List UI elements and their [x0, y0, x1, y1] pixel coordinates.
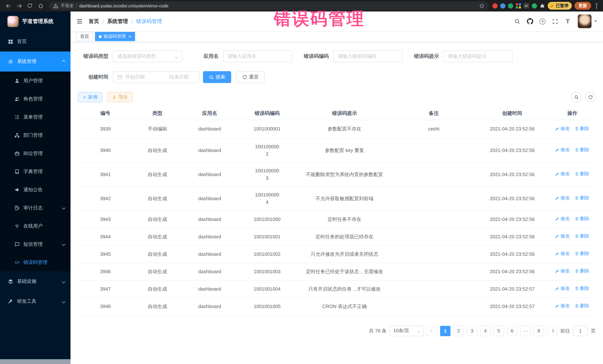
- edit-link[interactable]: 修改: [555, 268, 570, 275]
- delete-link[interactable]: 删除: [575, 303, 589, 310]
- delete-link[interactable]: 删除: [575, 125, 589, 132]
- user-menu[interactable]: [578, 14, 597, 28]
- sidebar-toggle-icon[interactable]: [76, 18, 83, 24]
- breadcrumb-home[interactable]: 首页: [89, 18, 99, 25]
- more-pages-button[interactable]: ···: [520, 326, 531, 336]
- extension-icon[interactable]: [500, 3, 505, 8]
- close-icon[interactable]: [128, 34, 131, 39]
- edit-link[interactable]: 修改: [555, 125, 570, 132]
- chrome-menu-icon[interactable]: [594, 2, 599, 10]
- fullscreen-button[interactable]: [549, 11, 561, 31]
- bookmark-star-icon[interactable]: [479, 3, 485, 9]
- edit-link[interactable]: 修改: [555, 147, 570, 154]
- delete-link[interactable]: 删除: [575, 268, 589, 275]
- reload-button[interactable]: [25, 1, 35, 10]
- tab-home[interactable]: 首页: [76, 32, 93, 41]
- sidebar-item-audit-log[interactable]: 审计日志: [0, 199, 70, 217]
- tab-error-code[interactable]: 错误码管理: [95, 32, 135, 41]
- sidebar-item-system[interactable]: 系统管理: [0, 52, 70, 72]
- delete-link[interactable]: 删除: [575, 233, 589, 240]
- app-logo[interactable]: 芋道管理系统: [0, 11, 70, 32]
- back-button[interactable]: [4, 1, 13, 10]
- page-button-6[interactable]: 6: [507, 326, 517, 336]
- edit-link[interactable]: 修改: [555, 303, 570, 310]
- delete-label: 删除: [580, 233, 589, 240]
- profile-paused-badge[interactable]: 已暂停: [547, 2, 572, 10]
- page-button-8[interactable]: 8: [533, 326, 544, 336]
- goto-page-input[interactable]: 1: [573, 326, 588, 336]
- cell-time: 2021-04-20 23:52:56: [475, 162, 549, 187]
- sidebar-item-online-users[interactable]: 在线用户: [0, 217, 70, 235]
- delete-link[interactable]: 删除: [575, 250, 589, 257]
- sidebar-item-error-code-mgmt[interactable]: 错误码管理: [0, 253, 70, 271]
- home-button[interactable]: [36, 1, 45, 10]
- extension-icon[interactable]: [523, 3, 529, 9]
- delete-label: 删除: [580, 268, 589, 275]
- search-button[interactable]: 搜索: [203, 71, 231, 83]
- error-code-input[interactable]: 请输入错误码编码: [333, 50, 403, 62]
- sidebar-item-role-mgmt[interactable]: 角色管理: [0, 90, 70, 108]
- page-button-1[interactable]: 1: [440, 326, 451, 336]
- delete-link[interactable]: 删除: [575, 147, 589, 154]
- breadcrumb-system[interactable]: 系统管理: [107, 18, 128, 25]
- sidebar-item-user-mgmt[interactable]: 用户管理: [0, 72, 70, 90]
- extension-icon[interactable]: [516, 3, 521, 8]
- cell-app: dashboard: [182, 228, 237, 245]
- edit-link[interactable]: 修改: [555, 233, 570, 240]
- delete-link[interactable]: 删除: [575, 216, 589, 223]
- forward-button[interactable]: [14, 1, 24, 10]
- error-msg-input[interactable]: 请输入错误码提示: [443, 50, 513, 62]
- delete-link[interactable]: 删除: [575, 285, 589, 292]
- sidebar-collapse-bar[interactable]: [0, 359, 70, 364]
- create-time-range-picker[interactable]: 开始日期 - 结束日期: [113, 71, 199, 83]
- extension-icon[interactable]: [532, 3, 537, 8]
- error-type-select[interactable]: 请选择错误码类型: [113, 50, 182, 62]
- table-row: 3947 自动生成 dashboard 1001001004 只有开启状态的任务…: [78, 280, 596, 298]
- address-bar[interactable]: 不安全 dashboard.yudao.iocoder.cn/system/er…: [49, 1, 488, 10]
- sidebar-item-dept-mgmt[interactable]: 部门管理: [0, 126, 70, 144]
- prev-page-button[interactable]: [427, 326, 437, 336]
- extension-icon[interactable]: [508, 3, 513, 8]
- github-link[interactable]: [524, 11, 536, 31]
- sidebar-item-infra[interactable]: 基础设施: [0, 271, 70, 291]
- tab-label: 错误码管理: [104, 33, 126, 40]
- code-brackets-icon: [14, 260, 20, 265]
- next-page-button[interactable]: [547, 326, 557, 336]
- toggle-search-button[interactable]: [571, 92, 581, 102]
- sidebar-item-post-mgmt[interactable]: 岗位管理: [0, 144, 70, 162]
- sidebar-item-notice[interactable]: 通知公告: [0, 180, 70, 199]
- delete-link[interactable]: 删除: [575, 195, 589, 202]
- export-button[interactable]: 导出: [107, 92, 133, 102]
- edit-link[interactable]: 修改: [555, 285, 570, 292]
- page-button-4[interactable]: 4: [480, 326, 491, 336]
- help-button[interactable]: [536, 11, 549, 31]
- refresh-table-button[interactable]: [585, 92, 596, 102]
- sidebar-item-dict-mgmt[interactable]: 字典管理: [0, 162, 70, 180]
- extensions-puzzle-icon[interactable]: [539, 3, 545, 9]
- app-name-input[interactable]: 请输入应用名: [223, 50, 292, 62]
- reset-button[interactable]: 重置: [236, 71, 265, 83]
- font-size-button[interactable]: [561, 11, 574, 31]
- trash-icon: [575, 172, 579, 176]
- cell-type: 自动生成: [133, 162, 182, 187]
- update-button-label: 更新: [579, 3, 587, 9]
- sidebar-item-home[interactable]: 首页: [0, 32, 70, 52]
- cell-code: 1001001001: [237, 228, 297, 245]
- page-button-2[interactable]: 2: [453, 326, 464, 336]
- edit-link[interactable]: 修改: [555, 171, 570, 178]
- page-button-5[interactable]: 5: [494, 326, 504, 336]
- sidebar-item-label: 系统管理: [17, 58, 36, 65]
- sidebar-item-menu-mgmt[interactable]: 菜单管理: [0, 108, 70, 126]
- edit-link[interactable]: 修改: [555, 195, 570, 202]
- sidebar-item-sms-mgmt[interactable]: 短信管理: [0, 235, 70, 253]
- page-button-3[interactable]: 3: [467, 326, 477, 336]
- browser-update-button[interactable]: 更新: [574, 2, 591, 10]
- delete-link[interactable]: 删除: [575, 171, 589, 178]
- extension-icon[interactable]: [492, 3, 498, 8]
- add-button[interactable]: 新增: [78, 92, 103, 102]
- edit-link[interactable]: 修改: [555, 250, 570, 257]
- sidebar-item-devtools[interactable]: 研发工具: [0, 291, 70, 311]
- header-search-button[interactable]: [511, 11, 524, 31]
- page-size-select[interactable]: 10条/页: [390, 326, 424, 336]
- edit-link[interactable]: 修改: [555, 216, 570, 223]
